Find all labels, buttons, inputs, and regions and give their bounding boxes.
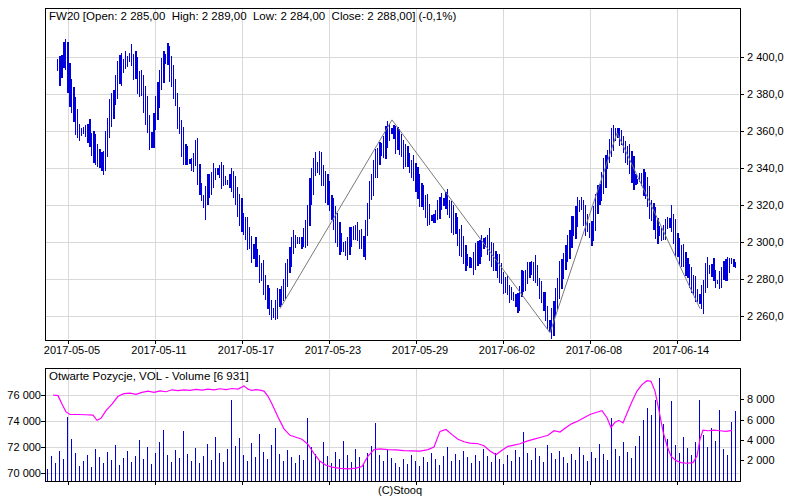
- price-panel-title: FW20 [Open: 2 285,00 High: 2 289,00 Low:…: [49, 10, 456, 22]
- copyright-footer: (C)Stooq: [0, 484, 800, 496]
- open-interest-tick-label: 76 000: [2, 389, 41, 402]
- trend-zigzag-line: [280, 120, 700, 333]
- date-tick-label: 2017-05-29: [392, 344, 448, 357]
- price-tick-label: 2 280,0: [747, 273, 784, 286]
- volume-panel-title: Otwarte Pozycje, VOL - Volume [6 931]: [49, 370, 249, 382]
- price-tick-label: 2 320,0: [747, 199, 784, 212]
- open-interest-tick-label: 74 000: [2, 415, 41, 428]
- volume-tick-label: 2 000: [747, 454, 775, 467]
- volume-tick-label: 8 000: [747, 393, 775, 406]
- panel-borders: [46, 9, 741, 482]
- stooq-futures-chart: FW20 [Open: 2 285,00 High: 2 289,00 Low:…: [0, 0, 800, 500]
- date-tick-label: 2017-05-11: [131, 344, 186, 357]
- price-tick-label: 2 300,0: [747, 236, 784, 249]
- volume-tick-label: 4 000: [747, 434, 775, 447]
- price-bars: [58, 39, 736, 339]
- open-interest-tick-label: 70 000: [2, 467, 41, 480]
- chart-canvas: [0, 0, 800, 500]
- price-tick-label: 2 340,0: [747, 162, 784, 175]
- date-tick-label: 2017-06-14: [653, 344, 709, 357]
- price-tick-label: 2 380,0: [747, 88, 784, 101]
- date-tick-label: 2017-05-05: [44, 344, 100, 357]
- open-interest-tick-label: 72 000: [2, 441, 41, 454]
- date-tick-label: 2017-05-23: [305, 344, 361, 357]
- date-tick-label: 2017-05-17: [218, 344, 274, 357]
- price-tick-label: 2 360,0: [747, 125, 784, 138]
- price-tick-label: 2 400,0: [747, 51, 784, 64]
- volume-bars: [47, 378, 736, 481]
- price-tick-label: 2 260,0: [747, 310, 784, 323]
- date-tick-label: 2017-06-02: [479, 344, 535, 357]
- volume-tick-label: 6 000: [747, 414, 775, 427]
- date-tick-label: 2017-06-08: [566, 344, 622, 357]
